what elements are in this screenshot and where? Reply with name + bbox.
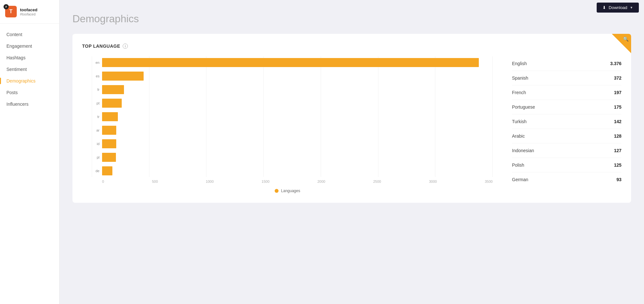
bar-track	[102, 112, 493, 121]
language-value: 128	[614, 133, 621, 139]
brand-handle: #toofaced	[20, 12, 37, 16]
sidebar: T # toofaced #toofaced Content Engagemen…	[0, 0, 60, 304]
bar-fill	[102, 85, 124, 94]
legend-label: Languages	[281, 189, 300, 193]
bar-chart: enesfrpttraridplde 050010001500200025003…	[82, 56, 493, 183]
brand-info: toofaced #toofaced	[20, 7, 37, 16]
language-name: Spanish	[512, 75, 528, 81]
hashtag-badge: #	[4, 4, 9, 9]
bar-label: fr	[92, 88, 99, 92]
language-name: French	[512, 90, 526, 95]
language-row: English3.376	[512, 56, 621, 71]
sidebar-item-influencers[interactable]: Influencers	[0, 98, 59, 110]
brand-name: toofaced	[20, 7, 37, 12]
sidebar-item-content[interactable]: Content	[0, 29, 59, 40]
sidebar-nav: Content Engagement Hashtags Sentiment De…	[0, 24, 59, 115]
language-name: Portuguese	[512, 104, 535, 110]
language-name: Polish	[512, 162, 524, 168]
language-row: Spanish372	[512, 71, 621, 85]
sidebar-item-demographics[interactable]: Demographics	[0, 75, 59, 87]
search-icon: 🔍	[623, 36, 629, 42]
bar-track	[102, 153, 493, 162]
bar-label: id	[92, 142, 99, 146]
language-value: 175	[614, 104, 621, 110]
language-value: 142	[614, 119, 621, 124]
bar-row: pt	[92, 97, 493, 109]
chevron-down-icon: ▼	[630, 6, 633, 9]
language-name: English	[512, 61, 527, 66]
language-name: German	[512, 177, 528, 182]
language-value: 372	[614, 75, 621, 81]
x-tick: 1000	[206, 180, 213, 183]
section-title: TOP LANGUAGE i	[82, 44, 621, 49]
bars-container: enesfrpttraridplde	[92, 56, 493, 177]
x-axis: 0500100015002000250030003500	[92, 180, 493, 183]
bar-row: ar	[92, 124, 493, 136]
x-tick: 3000	[429, 180, 437, 183]
sidebar-item-engagement[interactable]: Engagement	[0, 40, 59, 52]
bar-fill	[102, 126, 116, 135]
x-tick: 2000	[317, 180, 325, 183]
x-tick: 2500	[373, 180, 381, 183]
sidebar-item-sentiment[interactable]: Sentiment	[0, 64, 59, 75]
bar-row: es	[92, 70, 493, 82]
bar-row: en	[92, 56, 493, 69]
top-bar: ⬇ Download ▼	[592, 0, 644, 15]
bar-fill	[102, 99, 122, 108]
bar-track	[102, 85, 493, 94]
language-list: English3.376Spanish372French197Portugues…	[512, 56, 621, 187]
bar-label: pt	[92, 101, 99, 105]
bar-fill	[102, 58, 479, 67]
bar-row: id	[92, 138, 493, 150]
language-row: Arabic128	[512, 129, 621, 143]
language-row: German93	[512, 172, 621, 187]
sidebar-item-posts[interactable]: Posts	[0, 87, 59, 98]
info-icon[interactable]: i	[123, 44, 128, 49]
bar-fill	[102, 72, 144, 81]
bar-fill	[102, 153, 116, 162]
bar-track	[102, 126, 493, 135]
language-value: 125	[614, 162, 621, 168]
bar-label: es	[92, 74, 99, 78]
bar-chart-area: enesfrpttraridplde 050010001500200025003…	[82, 56, 493, 193]
sidebar-item-hashtags[interactable]: Hashtags	[0, 52, 59, 64]
bar-fill	[102, 112, 118, 121]
language-row: French197	[512, 85, 621, 100]
language-value: 93	[616, 177, 621, 182]
main-content: Demographics 🔍 TOP LANGUAGE i	[60, 0, 644, 304]
bar-label: pl	[92, 155, 99, 159]
bar-row: de	[92, 165, 493, 177]
x-tick: 3500	[485, 180, 492, 183]
legend-dot	[275, 189, 279, 193]
bar-track	[102, 58, 493, 67]
language-value: 127	[614, 148, 621, 153]
bar-track	[102, 72, 493, 81]
bar-label: en	[92, 61, 99, 64]
language-name: Arabic	[512, 133, 525, 139]
language-row: Portuguese175	[512, 100, 621, 114]
download-icon: ⬇	[602, 5, 606, 10]
brand-section: T # toofaced #toofaced	[0, 0, 59, 24]
download-button[interactable]: ⬇ Download ▼	[597, 3, 639, 13]
bar-row: fr	[92, 83, 493, 96]
brand-avatar-wrapper: T #	[5, 6, 17, 17]
chart-legend: Languages	[82, 189, 493, 193]
language-name: Indonesian	[512, 148, 534, 153]
language-row: Indonesian127	[512, 143, 621, 158]
language-row: Polish125	[512, 158, 621, 172]
bar-fill	[102, 166, 112, 175]
bar-track	[102, 99, 493, 108]
language-row: Turkish142	[512, 114, 621, 129]
bar-label: ar	[92, 128, 99, 132]
chart-layout: enesfrpttraridplde 050010001500200025003…	[82, 56, 621, 193]
bar-fill	[102, 139, 116, 148]
bar-row: pl	[92, 151, 493, 163]
x-tick: 0	[102, 180, 104, 183]
chart-inner: enesfrpttraridplde	[92, 56, 493, 177]
language-value: 197	[614, 90, 621, 95]
x-tick: 1500	[261, 180, 269, 183]
bar-row: tr	[92, 111, 493, 123]
top-language-card: 🔍 TOP LANGUAGE i	[72, 34, 631, 203]
bar-track	[102, 139, 493, 148]
language-name: Turkish	[512, 119, 526, 124]
